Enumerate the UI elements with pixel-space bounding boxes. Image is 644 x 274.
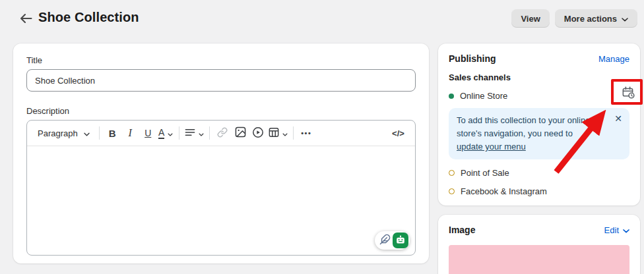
image-title: Image <box>449 225 475 235</box>
link-button[interactable] <box>214 124 232 142</box>
text-color-button[interactable]: A <box>157 124 175 142</box>
paragraph-style-dropdown[interactable]: Paragraph <box>32 124 95 142</box>
toolbar-divider <box>99 126 100 140</box>
schedule-availability-button[interactable] <box>620 85 636 101</box>
chevron-down-icon <box>282 128 288 138</box>
navigation-info-banner: To add this collection to your online st… <box>449 108 629 159</box>
banner-close-button[interactable]: ✕ <box>613 113 624 124</box>
channel-name: Online Store <box>460 91 507 101</box>
page-header: Shoe Collection View More actions <box>0 0 644 37</box>
chevron-down-icon <box>199 128 204 138</box>
sales-channels-label: Sales channels <box>449 72 629 82</box>
inactive-status-ring <box>449 170 455 176</box>
toolbar-divider <box>293 126 294 140</box>
insert-table-dropdown[interactable] <box>267 124 289 142</box>
chevron-down-icon <box>622 14 628 24</box>
image-icon <box>235 126 246 140</box>
insert-image-button[interactable] <box>232 124 249 142</box>
banner-text-line: store's navigation, you need to <box>457 127 610 140</box>
collection-image-preview[interactable] <box>449 245 629 274</box>
view-button[interactable]: View <box>511 9 549 28</box>
video-icon <box>252 126 264 140</box>
channel-row-online-store: Online Store <box>449 91 629 101</box>
toolbar-divider <box>209 126 210 140</box>
quill-icon <box>379 234 391 248</box>
manage-publishing-link[interactable]: Manage <box>598 54 629 64</box>
description-textarea[interactable] <box>27 146 415 252</box>
close-icon: ✕ <box>614 113 622 124</box>
table-icon <box>269 127 279 140</box>
calendar-clock-icon <box>621 85 635 101</box>
channel-row-point-of-sale: Point of Sale <box>449 168 629 178</box>
chevron-down-icon <box>623 225 629 235</box>
more-formatting-button[interactable]: ••• <box>298 124 315 142</box>
header-actions: View More actions <box>511 9 637 28</box>
chevron-down-icon <box>84 128 90 138</box>
more-actions-button[interactable]: More actions <box>555 9 637 28</box>
insert-video-button[interactable] <box>249 124 267 142</box>
more-options-icon: ••• <box>301 129 311 137</box>
update-your-menu-link[interactable]: update your menu <box>457 142 526 151</box>
publishing-card: Publishing Manage Sales channels Online … <box>438 43 640 206</box>
image-card: Image Edit <box>438 215 640 274</box>
bold-button[interactable]: B <box>104 124 121 142</box>
collection-detail-page: Shoe Collection View More actions Title … <box>0 0 644 274</box>
editor-toolbar: Paragraph B I U A <box>27 121 415 146</box>
description-label: Description <box>26 106 416 116</box>
link-icon <box>217 127 228 140</box>
channel-row-facebook-instagram: Facebook & Instagram <box>449 186 629 196</box>
channel-name: Point of Sale <box>461 168 509 178</box>
channel-name: Facebook & Instagram <box>461 186 547 196</box>
alignment-dropdown[interactable] <box>183 124 205 142</box>
edit-image-dropdown[interactable]: Edit <box>604 225 629 235</box>
page-title: Shoe Collection <box>38 10 139 25</box>
back-button[interactable] <box>18 12 33 26</box>
writing-assistant-widget[interactable] <box>375 231 410 250</box>
arrow-left-icon <box>20 13 32 26</box>
publishing-title: Publishing <box>449 53 496 64</box>
code-icon: </> <box>392 128 404 138</box>
underline-button[interactable]: U <box>139 124 157 142</box>
show-html-button[interactable]: </> <box>389 124 407 142</box>
active-status-dot <box>449 94 454 99</box>
collection-details-card: Title Description Paragraph B I U A <box>13 43 429 263</box>
banner-text-line: To add this collection to your online <box>457 114 610 127</box>
title-label: Title <box>26 55 416 65</box>
toolbar-divider <box>179 126 179 140</box>
chevron-down-icon <box>168 128 173 138</box>
align-left-icon <box>185 128 195 139</box>
description-editor: Paragraph B I U A <box>26 120 416 256</box>
inactive-status-ring <box>449 188 455 194</box>
italic-button[interactable]: I <box>121 124 139 142</box>
title-input[interactable] <box>26 69 416 92</box>
robot-icon <box>393 233 408 248</box>
